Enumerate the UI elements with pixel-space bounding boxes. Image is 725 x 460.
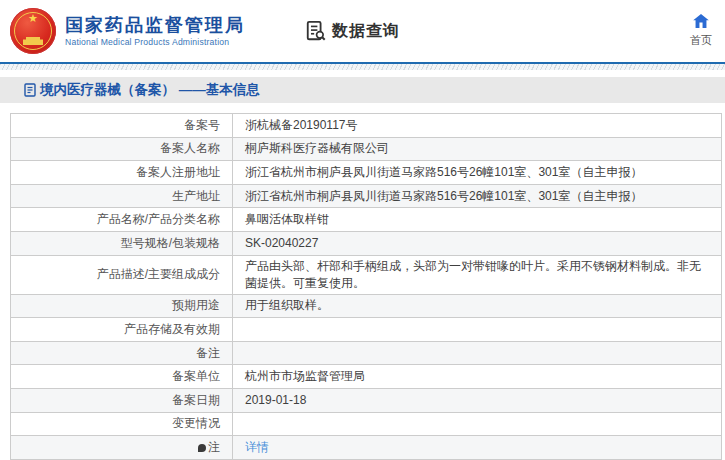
table-row: 备案号浙杭械备20190117号 <box>11 114 722 138</box>
page-title: 境内医疗器械（备案） ——基本信息 <box>40 81 260 99</box>
row-value: 用于组织取样。 <box>233 294 722 318</box>
row-label: 变更情况 <box>11 412 233 436</box>
national-emblem-logo <box>10 8 56 54</box>
table-row: 变更情况 <box>11 412 722 436</box>
row-label: 生产地址 <box>11 184 233 208</box>
table-row: 预期用途用于组织取样。 <box>11 294 722 318</box>
row-label: 备案号 <box>11 114 233 138</box>
row-value: 产品由头部、杆部和手柄组成，头部为一对带钳喙的叶片。采用不锈钢材料制成。非无菌提… <box>233 255 722 294</box>
row-label: 备案单位 <box>11 365 233 389</box>
nav-data-query[interactable]: 数据查询 <box>305 20 400 42</box>
home-label: 首页 <box>690 34 712 46</box>
section-title-bar: 境内医疗器械（备案） ——基本信息 <box>0 77 725 103</box>
record-info-table: 备案号浙杭械备20190117号备案人名称桐庐斯科医疗器械有限公司备案人注册地址… <box>10 113 722 460</box>
table-row: 备案人名称桐庐斯科医疗器械有限公司 <box>11 137 722 161</box>
row-value: SK-02040227 <box>233 231 722 255</box>
row-value: 杭州市市场监督管理局 <box>233 365 722 389</box>
row-value: 桐庐斯科医疗器械有限公司 <box>233 137 722 161</box>
row-value: 浙江省杭州市桐庐县凤川街道马家路516号26幢101室、301室（自主申报） <box>233 184 722 208</box>
table-row: 备注 <box>11 341 722 365</box>
row-label: 注 <box>11 436 233 460</box>
row-label: 备案人名称 <box>11 137 233 161</box>
brand-block: 国家药品监督管理局 National Medical Products Admi… <box>65 14 245 48</box>
row-label: 预期用途 <box>11 294 233 318</box>
row-label: 备案日期 <box>11 388 233 412</box>
row-label: 型号规格/包装规格 <box>11 231 233 255</box>
page-header: 国家药品监督管理局 National Medical Products Admi… <box>0 0 725 62</box>
table-row: 型号规格/包装规格SK-02040227 <box>11 231 722 255</box>
row-value <box>233 341 722 365</box>
row-value: 2019-01-18 <box>233 388 722 412</box>
row-label: 产品存储及有效期 <box>11 318 233 342</box>
table-row: 备案日期2019-01-18 <box>11 388 722 412</box>
row-value: 浙杭械备20190117号 <box>233 114 722 138</box>
home-button[interactable]: 首页 <box>684 14 718 48</box>
table-row: 产品名称/产品分类名称鼻咽活体取样钳 <box>11 208 722 232</box>
nav-data-query-label: 数据查询 <box>332 21 400 42</box>
row-value <box>233 318 722 342</box>
table-row: 生产地址浙江省杭州市桐庐县凤川街道马家路516号26幢101室、301室（自主申… <box>11 184 722 208</box>
document-search-icon <box>305 20 327 42</box>
table-row: 产品存储及有效期 <box>11 318 722 342</box>
table-row: 备案人注册地址浙江省杭州市桐庐县凤川街道马家路516号26幢101室、301室（… <box>11 161 722 185</box>
brand-title: 国家药品监督管理局 <box>65 14 245 36</box>
row-label: 备注 <box>11 341 233 365</box>
details-link[interactable]: 详情 <box>245 440 269 454</box>
row-value <box>233 412 722 436</box>
row-value: 详情 <box>233 436 722 460</box>
row-label: 产品描述/主要组成成分 <box>11 255 233 294</box>
row-value: 鼻咽活体取样钳 <box>233 208 722 232</box>
brand-subtitle: National Medical Products Administration <box>65 36 245 48</box>
table-row: 备案单位杭州市市场监督管理局 <box>11 365 722 389</box>
page-doc-icon <box>24 83 36 97</box>
row-label: 产品名称/产品分类名称 <box>11 208 233 232</box>
row-label: 备案人注册地址 <box>11 161 233 185</box>
note-dot-icon <box>198 444 206 452</box>
table-row: 产品描述/主要组成成分产品由头部、杆部和手柄组成，头部为一对带钳喙的叶片。采用不… <box>11 255 722 294</box>
row-value: 浙江省杭州市桐庐县凤川街道马家路516号26幢101室、301室（自主申报） <box>233 161 722 185</box>
table-row: 注详情 <box>11 436 722 460</box>
home-icon <box>693 14 709 28</box>
